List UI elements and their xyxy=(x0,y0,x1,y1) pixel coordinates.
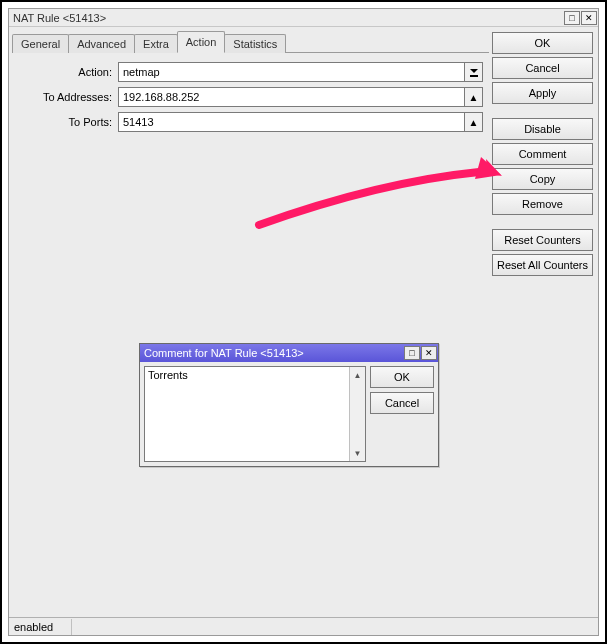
status-bar: enabled xyxy=(9,617,598,635)
row-to-addresses: To Addresses: ▲ xyxy=(18,87,483,107)
tab-extra[interactable]: Extra xyxy=(134,34,178,53)
copy-button[interactable]: Copy xyxy=(492,168,593,190)
action-select[interactable] xyxy=(118,62,465,82)
row-to-ports: To Ports: ▲ xyxy=(18,112,483,132)
tab-strip: General Advanced Extra Action Statistics xyxy=(12,30,489,52)
comment-dialog-title: Comment for NAT Rule <51413> xyxy=(144,347,404,359)
close-icon[interactable]: ✕ xyxy=(421,346,437,360)
scrollbar[interactable]: ▲ ▼ xyxy=(349,367,365,461)
tab-action[interactable]: Action xyxy=(177,31,226,53)
comment-ok-button[interactable]: OK xyxy=(370,366,434,388)
apply-button[interactable]: Apply xyxy=(492,82,593,104)
tab-statistics[interactable]: Statistics xyxy=(224,34,286,53)
action-tab-panel: Action: To Addresses: xyxy=(12,52,489,617)
tab-advanced[interactable]: Advanced xyxy=(68,34,135,53)
screenshot-frame: NAT Rule <51413> □ ✕ General Advanced Ex… xyxy=(0,0,607,644)
comment-button[interactable]: Comment xyxy=(492,143,593,165)
scroll-down-icon[interactable]: ▼ xyxy=(350,445,365,461)
to-addresses-input[interactable] xyxy=(118,87,465,107)
label-to-addresses: To Addresses: xyxy=(18,91,118,103)
close-icon[interactable]: ✕ xyxy=(581,11,597,25)
comment-dialog: Comment for NAT Rule <51413> □ ✕ ▲ ▼ xyxy=(139,343,439,467)
tab-general[interactable]: General xyxy=(12,34,69,53)
scroll-up-icon[interactable]: ▲ xyxy=(350,367,365,383)
label-to-ports: To Ports: xyxy=(18,116,118,128)
row-action: Action: xyxy=(18,62,483,82)
collapse-up-icon[interactable]: ▲ xyxy=(465,87,483,107)
label-action: Action: xyxy=(18,66,118,78)
disable-button[interactable]: Disable xyxy=(492,118,593,140)
cancel-button[interactable]: Cancel xyxy=(492,57,593,79)
to-ports-input[interactable] xyxy=(118,112,465,132)
window-controls: □ ✕ xyxy=(564,11,597,25)
collapse-up-icon[interactable]: ▲ xyxy=(465,112,483,132)
left-pane: General Advanced Extra Action Statistics… xyxy=(9,27,492,617)
comment-cancel-button[interactable]: Cancel xyxy=(370,392,434,414)
window-body: General Advanced Extra Action Statistics… xyxy=(9,27,598,635)
comment-dialog-buttons: OK Cancel xyxy=(370,366,434,462)
remove-button[interactable]: Remove xyxy=(492,193,593,215)
comment-textarea[interactable] xyxy=(145,367,349,461)
maximize-icon[interactable]: □ xyxy=(564,11,580,25)
reset-all-counters-button[interactable]: Reset All Counters xyxy=(492,254,593,276)
status-enabled: enabled xyxy=(12,619,72,635)
reset-counters-button[interactable]: Reset Counters xyxy=(492,229,593,251)
maximize-icon[interactable]: □ xyxy=(404,346,420,360)
comment-dialog-titlebar[interactable]: Comment for NAT Rule <51413> □ ✕ xyxy=(140,344,438,362)
dropdown-icon[interactable] xyxy=(465,62,483,82)
comment-dialog-body: ▲ ▼ OK Cancel xyxy=(140,362,438,466)
ok-button[interactable]: OK xyxy=(492,32,593,54)
main-area: General Advanced Extra Action Statistics… xyxy=(9,27,598,617)
comment-text-wrap: ▲ ▼ xyxy=(144,366,366,462)
window-title: NAT Rule <51413> xyxy=(13,12,564,24)
button-column: OK Cancel Apply Disable Comment Copy Rem… xyxy=(492,27,598,617)
window-titlebar[interactable]: NAT Rule <51413> □ ✕ xyxy=(9,9,598,27)
nat-rule-window: NAT Rule <51413> □ ✕ General Advanced Ex… xyxy=(8,8,599,636)
